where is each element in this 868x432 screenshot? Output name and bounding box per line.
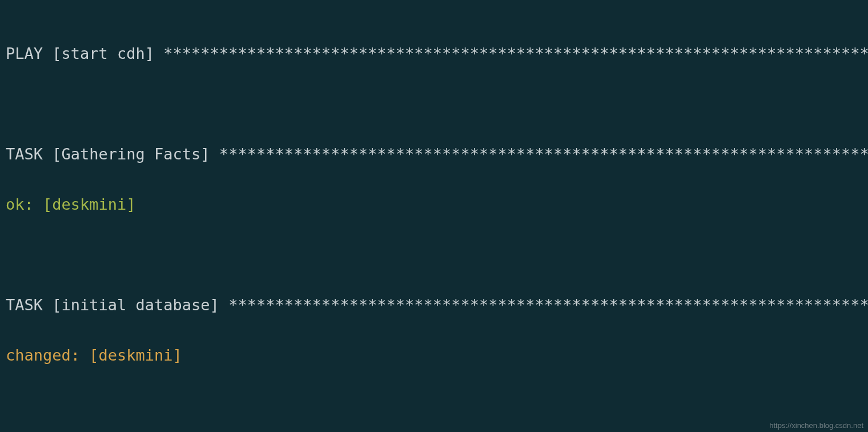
- task-status-0: ok: [deskmini]: [6, 192, 868, 217]
- play-header: PLAY [start cdh] ***********************…: [6, 41, 868, 66]
- blank-line: [6, 91, 868, 117]
- task-status-1: changed: [deskmini]: [6, 343, 868, 368]
- task-header-1: TASK [initial database] ****************…: [6, 293, 868, 318]
- blank-line: [6, 242, 868, 267]
- terminal-output: PLAY [start cdh] ***********************…: [0, 0, 868, 432]
- watermark: https://xinchen.blog.csdn.net: [769, 421, 863, 430]
- blank-line: [6, 393, 868, 418]
- task-header-0: TASK [Gathering Facts] *****************…: [6, 142, 868, 167]
